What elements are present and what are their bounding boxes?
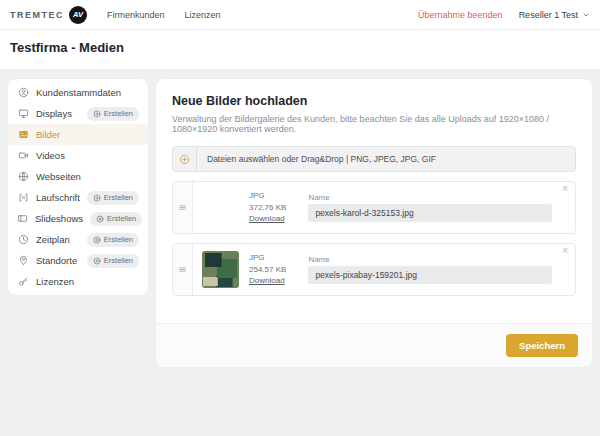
file-name-input[interactable]: pexels-pixabay-159201.jpg	[308, 266, 552, 284]
sidebar-item-label: Zeitplan	[36, 234, 70, 245]
map-pin-icon	[17, 255, 29, 267]
sidebar-item-label: Displays	[36, 108, 72, 119]
file-type: JPG	[249, 190, 286, 202]
download-link[interactable]: Download	[249, 275, 286, 287]
file-name-input[interactable]: pexels-karol-d-325153.jpg	[308, 204, 552, 222]
globe-icon	[17, 171, 29, 183]
create-badge[interactable]: Erstellen	[87, 191, 139, 205]
upload-instructions: Dateien auswählen oder Drag&Drop | PNG, …	[197, 147, 446, 171]
sidebar-item-label: Kundenstammdaten	[36, 87, 121, 98]
key-icon	[17, 276, 29, 288]
media-upload-card: Neue Bilder hochladen Verwaltung der Bil…	[156, 79, 592, 367]
section-subtitle: Verwaltung der Bildergalerie des Kunden,…	[172, 114, 576, 134]
sidebar-item-standorte[interactable]: Standorte Erstellen	[8, 250, 148, 271]
file-type: JPG	[249, 252, 286, 264]
sidebar-item-bilder[interactable]: Bilder	[8, 124, 148, 145]
name-field-label: Name	[308, 255, 552, 264]
remove-file-icon[interactable]: ×	[562, 246, 568, 256]
image-icon	[17, 129, 29, 141]
page-body: Kundenstammdaten Displays Erstellen Bild…	[0, 69, 600, 377]
file-meta: JPG 372.76 KB Download	[249, 190, 286, 225]
save-button[interactable]: Speichern	[506, 334, 578, 357]
badge-label: Erstellen	[104, 235, 133, 244]
navbar-right: Übernahme beenden Reseller 1 Test	[418, 10, 590, 20]
plus-circle-icon	[93, 194, 101, 202]
create-badge[interactable]: Erstellen	[87, 233, 139, 247]
brand-logo-icon: AV	[69, 6, 87, 24]
file-meta: JPG 254.57 KB Download	[249, 252, 286, 287]
file-thumbnail	[202, 189, 239, 226]
download-link[interactable]: Download	[249, 213, 286, 225]
badge-label: Erstellen	[107, 214, 136, 223]
sidebar-item-label: Lizenzen	[36, 276, 74, 287]
account-name: Reseller 1 Test	[519, 10, 578, 20]
user-circle-icon	[17, 87, 29, 99]
brand-name: TREMTEC	[10, 10, 64, 20]
sidebar-item-webseiten[interactable]: Webseiten	[8, 166, 148, 187]
sidebar-item-label: Slideshows	[35, 213, 83, 224]
nav-links: Firmenkunden Lizenzen	[107, 10, 221, 20]
sidebar-item-label: Laufschrift	[36, 192, 80, 203]
plus-circle-icon	[93, 257, 101, 265]
remove-file-icon[interactable]: ×	[562, 184, 568, 194]
sidebar-item-label: Bilder	[36, 129, 60, 140]
create-badge[interactable]: Erstellen	[90, 212, 142, 226]
drag-handle-icon	[178, 203, 187, 212]
drag-handle-icon	[178, 265, 187, 274]
sidebar-item-kundenstammdaten[interactable]: Kundenstammdaten	[8, 82, 148, 103]
slideshow-icon	[17, 213, 28, 225]
drag-handle[interactable]	[173, 182, 193, 233]
uploaded-file-row: JPG 372.76 KB Download Name pexels-karol…	[172, 181, 576, 234]
nav-link-firmenkunden[interactable]: Firmenkunden	[107, 10, 165, 20]
page-title: Testfirma - Medien	[10, 40, 590, 55]
badge-label: Erstellen	[104, 109, 133, 118]
top-navbar: TREMTEC AV Firmenkunden Lizenzen Übernah…	[0, 0, 600, 30]
badge-label: Erstellen	[104, 256, 133, 265]
file-upload-dropzone[interactable]: Dateien auswählen oder Drag&Drop | PNG, …	[172, 146, 576, 172]
name-field-label: Name	[308, 193, 552, 202]
plus-circle-icon	[96, 215, 104, 223]
badge-label: Erstellen	[104, 193, 133, 202]
sidebar-item-slideshows[interactable]: Slideshows Erstellen	[8, 208, 148, 229]
sidebar-item-label: Videos	[36, 150, 65, 161]
file-thumbnail	[202, 251, 239, 288]
sidebar-item-displays[interactable]: Displays Erstellen	[8, 103, 148, 124]
video-icon	[17, 150, 29, 162]
sidebar-item-lizenzen[interactable]: Lizenzen	[8, 271, 148, 292]
card-footer: Speichern	[156, 323, 592, 367]
uploaded-file-row: JPG 254.57 KB Download Name pexels-pixab…	[172, 243, 576, 296]
section-title: Neue Bilder hochladen	[172, 94, 576, 108]
plus-circle-icon	[173, 147, 197, 171]
file-size: 372.76 KB	[249, 202, 286, 214]
sidebar-item-label: Standorte	[36, 255, 77, 266]
sidebar-item-laufschrift[interactable]: Laufschrift Erstellen	[8, 187, 148, 208]
file-size: 254.57 KB	[249, 264, 286, 276]
plus-circle-icon	[93, 110, 101, 118]
sidebar-item-videos[interactable]: Videos	[8, 145, 148, 166]
sidebar-item-zeitplan[interactable]: Zeitplan Erstellen	[8, 229, 148, 250]
clock-icon	[17, 234, 29, 246]
create-badge[interactable]: Erstellen	[87, 107, 139, 121]
sidebar: Kundenstammdaten Displays Erstellen Bild…	[8, 79, 148, 295]
account-menu[interactable]: Reseller 1 Test	[519, 10, 590, 20]
nav-link-lizenzen[interactable]: Lizenzen	[185, 10, 221, 20]
drag-handle[interactable]	[173, 244, 193, 295]
display-icon	[17, 108, 29, 120]
title-bar: Testfirma - Medien	[0, 30, 600, 69]
sidebar-item-label: Webseiten	[36, 171, 81, 182]
brand-logo[interactable]: TREMTEC AV	[10, 6, 87, 24]
chevron-down-icon	[582, 11, 590, 19]
plus-circle-icon	[93, 236, 101, 244]
ticker-icon	[17, 192, 29, 204]
end-takeover-link[interactable]: Übernahme beenden	[418, 10, 503, 20]
create-badge[interactable]: Erstellen	[87, 254, 139, 268]
